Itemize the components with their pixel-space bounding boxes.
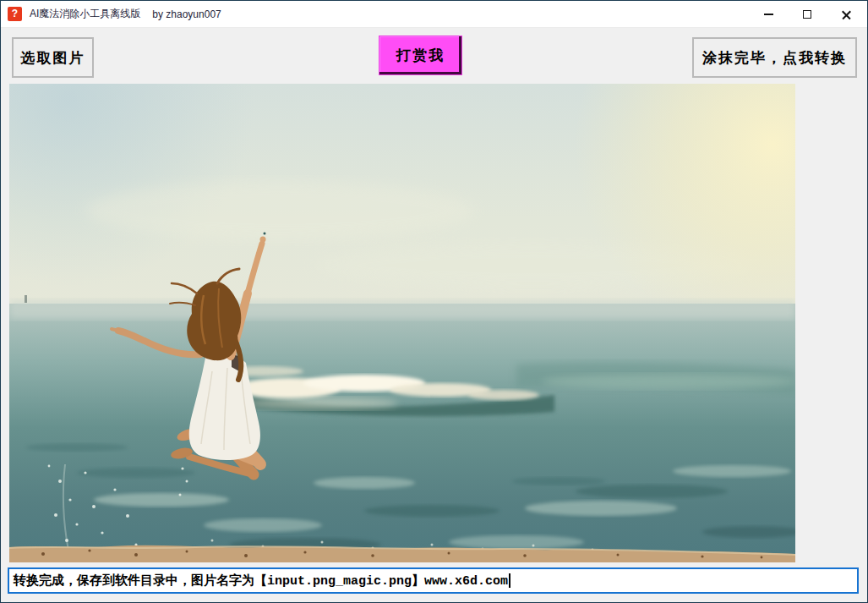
window-subtitle: by zhaoyun007: [152, 8, 221, 20]
photo-canvas[interactable]: [9, 84, 795, 562]
maximize-icon: [803, 10, 811, 19]
app-icon: ?: [8, 7, 22, 21]
window-title: AI魔法消除小工具离线版: [30, 7, 140, 21]
title-bar: ? AI魔法消除小工具离线版 by zhaoyun007: [1, 1, 867, 28]
text-cursor: [509, 573, 510, 588]
beach-jump-photo: [9, 84, 795, 562]
maximize-button[interactable]: [788, 1, 827, 28]
window-controls: [749, 1, 865, 28]
app-window: ? AI魔法消除小工具离线版 by zhaoyun007 选取图片 打赏我 涂抹…: [0, 0, 868, 603]
select-image-button[interactable]: 选取图片: [12, 37, 94, 78]
status-text-input[interactable]: 转换完成，保存到软件目录中，图片名字为【input.png_magic.png】…: [8, 567, 859, 594]
close-icon: [841, 9, 852, 20]
minimize-button[interactable]: [749, 1, 788, 28]
donate-button[interactable]: 打赏我: [379, 36, 462, 75]
close-button[interactable]: [827, 1, 865, 28]
convert-button[interactable]: 涂抹完毕，点我转换: [692, 37, 857, 78]
minimize-icon: [764, 14, 773, 15]
status-text: 转换完成，保存到软件目录中，图片名字为【input.png_magic.png】…: [14, 573, 508, 589]
